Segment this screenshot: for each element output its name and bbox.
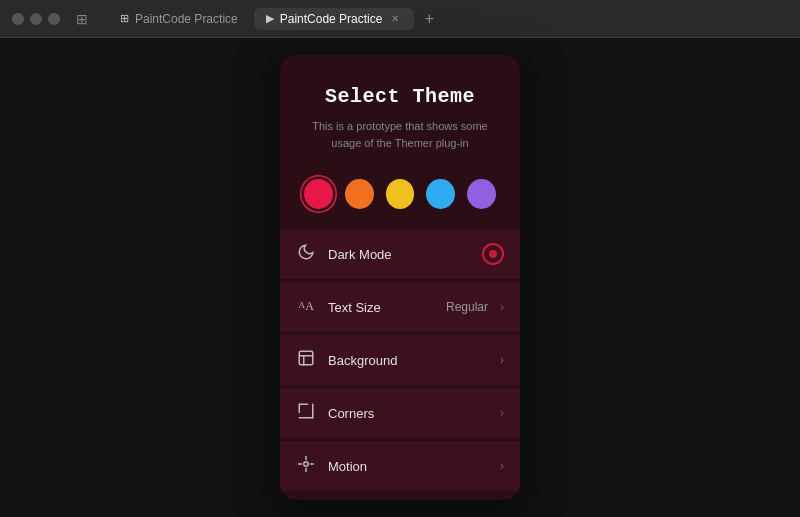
svg-rect-2 [299,351,313,365]
color-swatches [280,167,520,229]
menu-row-background[interactable]: Background › [280,335,520,385]
titlebar: ⊞ ⊞ PaintCode Practice ▶ PaintCode Pract… [0,0,800,38]
motion-label: Motion [328,459,488,474]
background-label: Background [328,353,488,368]
corners-chevron: › [500,406,504,420]
menu-section: Dark Mode A A Text Size Regular › [280,229,520,492]
darkmode-label: Dark Mode [328,247,470,262]
tab-1[interactable]: ⊞ PaintCode Practice [108,8,250,30]
svg-text:A: A [299,300,306,310]
background-icon [296,349,316,371]
tab-2-close[interactable]: ✕ [388,12,402,26]
motion-icon [296,455,316,477]
main-content: Select Theme This is a prototype that sh… [0,38,800,517]
swatch-pink[interactable] [304,179,333,209]
traffic-lights [12,13,60,25]
motion-chevron: › [500,459,504,473]
background-chevron: › [500,353,504,367]
swatch-blue[interactable] [426,179,455,209]
maximize-button[interactable] [48,13,60,25]
phone-header: Select Theme This is a prototype that sh… [280,55,520,167]
menu-row-darkmode[interactable]: Dark Mode [280,229,520,279]
darkmode-toggle[interactable] [482,243,504,265]
svg-point-7 [304,462,309,467]
textsize-chevron: › [500,300,504,314]
grid-icon: ⊞ [76,11,88,27]
svg-text:A: A [305,299,314,313]
page-title: Select Theme [304,85,496,108]
menu-row-motion[interactable]: Motion › [280,441,520,491]
menu-row-textsize[interactable]: A A Text Size Regular › [280,282,520,332]
page-subtitle: This is a prototype that shows someusage… [304,118,496,151]
close-button[interactable] [12,13,24,25]
corners-label: Corners [328,406,488,421]
corners-icon [296,402,316,424]
new-tab-button[interactable]: + [418,8,440,30]
tab-1-label: PaintCode Practice [135,12,238,26]
menu-row-corners[interactable]: Corners › [280,388,520,438]
minimize-button[interactable] [30,13,42,25]
tab-2[interactable]: ▶ PaintCode Practice ✕ [254,8,415,30]
textsize-value: Regular [446,300,488,314]
swatch-orange[interactable] [345,179,374,209]
text-size-icon: A A [296,296,316,318]
moon-icon [296,243,316,265]
swatch-purple[interactable] [467,179,496,209]
swatch-yellow[interactable] [386,179,415,209]
tab-2-label: PaintCode Practice [280,12,383,26]
tab-group: ⊞ PaintCode Practice ▶ PaintCode Practic… [108,8,440,30]
tab-1-icon: ⊞ [120,12,129,25]
tab-2-icon: ▶ [266,12,274,25]
phone-mockup: Select Theme This is a prototype that sh… [280,55,520,500]
textsize-label: Text Size [328,300,434,315]
darkmode-toggle-inner [489,250,497,258]
